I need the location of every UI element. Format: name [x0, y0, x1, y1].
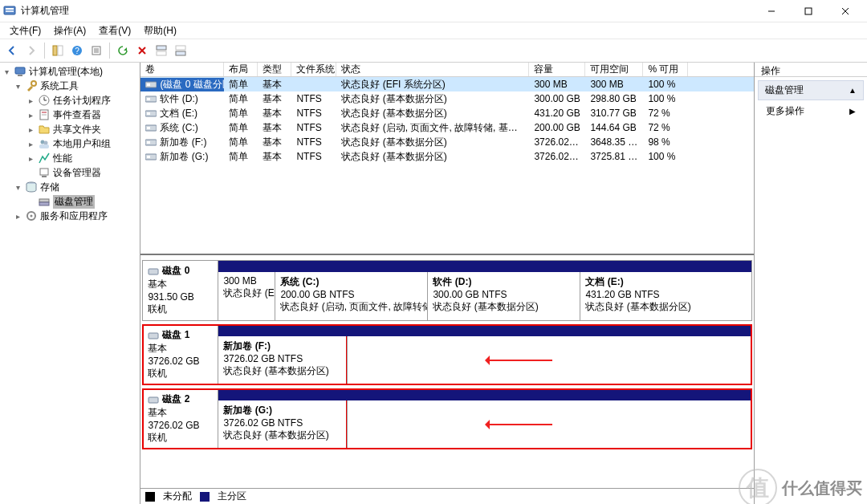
legend-primary-swatch — [200, 492, 210, 502]
expand-icon[interactable]: ▸ — [26, 124, 35, 134]
minimize-button[interactable] — [753, 0, 790, 22]
tree-disk-management[interactable]: 磁盘管理 — [0, 194, 140, 209]
volume-status: 状态良好 (基本数据分区) — [336, 92, 529, 106]
expand-icon[interactable]: ▸ — [26, 153, 35, 163]
legend-primary-label: 主分区 — [218, 490, 246, 503]
col-free[interactable]: 可用空间 — [585, 63, 643, 76]
forward-button[interactable] — [22, 42, 40, 59]
drive-icon — [145, 137, 157, 147]
svg-rect-19 — [176, 46, 185, 50]
partition-box[interactable]: 文档 (E:)431.20 GB NTFS状态良好 (基本数据分区) — [580, 272, 751, 320]
delete-button[interactable] — [133, 42, 151, 59]
volume-row[interactable]: 软件 (D:)简单基本NTFS状态良好 (基本数据分区)300.00 GB298… — [140, 91, 754, 106]
col-status[interactable]: 状态 — [336, 63, 529, 76]
menu-help[interactable]: 帮助(H) — [137, 23, 183, 39]
volume-status: 状态良好 (基本数据分区) — [336, 150, 529, 164]
disk-size: 931.50 GB — [148, 291, 213, 303]
volume-row[interactable]: 新加卷 (G:)简单基本NTFS状态良好 (基本数据分区)3726.02 GB3… — [140, 149, 754, 164]
tree-event-viewer[interactable]: ▸事件查看器 — [0, 108, 140, 122]
svg-point-31 — [44, 141, 48, 145]
tree-shared-folders[interactable]: ▸共享文件夹 — [0, 122, 140, 136]
device-icon — [38, 166, 51, 179]
col-percent[interactable]: % 可用 — [643, 63, 688, 76]
disk-status: 联机 — [148, 431, 213, 445]
menu-action[interactable]: 操作(A) — [47, 23, 92, 39]
collapse-icon[interactable]: ▾ — [13, 81, 22, 91]
menu-view[interactable]: 查看(V) — [92, 23, 137, 39]
partition-box[interactable]: 软件 (D:)300.00 GB NTFS状态良好 (基本数据分区) — [427, 272, 580, 320]
partition-box[interactable]: 新加卷 (G:)3726.02 GB NTFS状态良好 (基本数据分区) — [218, 400, 347, 449]
disk-header[interactable]: 磁盘 0基本931.50 GB联机 — [143, 261, 218, 320]
volume-percent: 100 % — [643, 93, 688, 104]
svg-rect-36 — [39, 199, 49, 202]
disk-graphical-view[interactable]: 磁盘 0基本931.50 GB联机300 MB状态良好 (EFI系统 (C:)2… — [140, 255, 754, 488]
volume-list-header[interactable]: 卷 布局 类型 文件系统 状态 容量 可用空间 % 可用 — [140, 63, 754, 77]
back-button[interactable] — [3, 42, 21, 59]
svg-rect-34 — [42, 176, 47, 177]
maximize-button[interactable] — [790, 0, 827, 22]
help-button[interactable]: ? — [68, 42, 86, 59]
volume-row[interactable]: (磁盘 0 磁盘分区 1)简单基本状态良好 (EFI 系统分区)300 MB30… — [140, 77, 754, 91]
disk-kind: 基本 — [148, 406, 213, 420]
volume-free: 3725.81 GB — [585, 151, 643, 162]
volume-fs: NTFS — [291, 151, 336, 162]
col-filesystem[interactable]: 文件系统 — [291, 63, 336, 76]
partition-size: 200.00 GB NTFS — [280, 289, 422, 300]
volume-row[interactable]: 系统 (C:)简单基本NTFS状态良好 (启动, 页面文件, 故障转储, 基本数… — [140, 120, 754, 135]
refresh-button[interactable] — [114, 42, 132, 59]
col-layout[interactable]: 布局 — [224, 63, 258, 76]
folder-share-icon — [38, 123, 51, 136]
tree-services-apps[interactable]: ▸服务和应用程序 — [0, 209, 140, 223]
legend: 未分配 主分区 — [140, 488, 754, 504]
col-type[interactable]: 类型 — [258, 63, 291, 76]
volume-row[interactable]: 新加卷 (F:)简单基本NTFS状态良好 (基本数据分区)3726.02 GB3… — [140, 135, 754, 149]
collapse-icon[interactable]: ▾ — [13, 182, 22, 192]
layout-bottom-button[interactable] — [172, 42, 189, 59]
volume-fs: NTFS — [291, 108, 336, 119]
expand-icon[interactable]: ▸ — [13, 211, 22, 221]
expand-icon[interactable]: ▸ — [26, 110, 35, 120]
expand-icon[interactable]: ▸ — [26, 139, 35, 148]
disk-row[interactable]: 磁盘 2基本3726.02 GB联机新加卷 (G:)3726.02 GB NTF… — [142, 388, 752, 449]
properties-button[interactable] — [88, 42, 105, 59]
tree-performance[interactable]: ▸性能 — [0, 151, 140, 165]
menu-file[interactable]: 文件(F) — [3, 23, 47, 39]
disk-header[interactable]: 磁盘 1基本3726.02 GB联机 — [143, 325, 218, 384]
volume-layout: 简单 — [224, 78, 258, 91]
partition-title: 新加卷 (G:) — [223, 404, 341, 417]
volume-row[interactable]: 文档 (E:)简单基本NTFS状态良好 (基本数据分区)431.20 GB310… — [140, 106, 754, 120]
expand-icon[interactable]: ▸ — [26, 96, 35, 105]
tree-root[interactable]: ▾ 计算机管理(本地) — [0, 64, 140, 79]
close-button[interactable] — [827, 0, 864, 22]
partition-box[interactable]: 300 MB状态良好 (EFI — [218, 272, 275, 320]
disk-row[interactable]: 磁盘 0基本931.50 GB联机300 MB状态良好 (EFI系统 (C:)2… — [142, 260, 752, 321]
volume-name: 软件 (D:) — [160, 92, 197, 106]
tree-storage[interactable]: ▾存储 — [0, 180, 140, 194]
partition-box[interactable]: 系统 (C:)200.00 GB NTFS状态良好 (启动, 页面文件, 故障转… — [275, 272, 427, 320]
navigation-tree[interactable]: ▾ 计算机管理(本地) ▾ 系统工具 ▸任务计划程序 ▸事件查看器 ▸共享文件夹… — [0, 63, 140, 504]
show-hide-tree-button[interactable] — [49, 42, 67, 59]
volume-name: (磁盘 0 磁盘分区 1) — [160, 78, 224, 91]
disk-kind: 基本 — [148, 342, 213, 356]
volume-status: 状态良好 (基本数据分区) — [336, 136, 529, 149]
disk-name: 磁盘 2 — [162, 392, 189, 406]
services-icon — [25, 209, 38, 222]
actions-group[interactable]: 磁盘管理 ▲ — [758, 80, 864, 100]
col-volume[interactable]: 卷 — [140, 63, 224, 76]
svg-rect-4 — [805, 8, 812, 14]
actions-more[interactable]: 更多操作 ▶ — [755, 104, 867, 119]
tree-device-manager[interactable]: 设备管理器 — [0, 165, 140, 180]
partition-box[interactable]: 新加卷 (F:)3726.02 GB NTFS状态良好 (基本数据分区) — [218, 336, 347, 384]
actions-group-label: 磁盘管理 — [765, 83, 804, 97]
disk-header[interactable]: 磁盘 2基本3726.02 GB联机 — [143, 389, 218, 449]
tree-task-scheduler[interactable]: ▸任务计划程序 — [0, 93, 140, 108]
volume-list[interactable]: 卷 布局 类型 文件系统 状态 容量 可用空间 % 可用 (磁盘 0 磁盘分区 … — [140, 63, 754, 255]
disk-name: 磁盘 0 — [162, 264, 189, 278]
tree-local-users[interactable]: ▸本地用户和组 — [0, 136, 140, 151]
col-capacity[interactable]: 容量 — [529, 63, 585, 76]
volume-status: 状态良好 (启动, 页面文件, 故障转储, 基本数据分区) — [336, 121, 529, 135]
collapse-icon[interactable]: ▾ — [2, 67, 11, 76]
layout-top-button[interactable] — [153, 42, 170, 59]
disk-row[interactable]: 磁盘 1基本3726.02 GB联机新加卷 (F:)3726.02 GB NTF… — [142, 324, 752, 385]
tree-system-tools[interactable]: ▾ 系统工具 — [0, 79, 140, 93]
